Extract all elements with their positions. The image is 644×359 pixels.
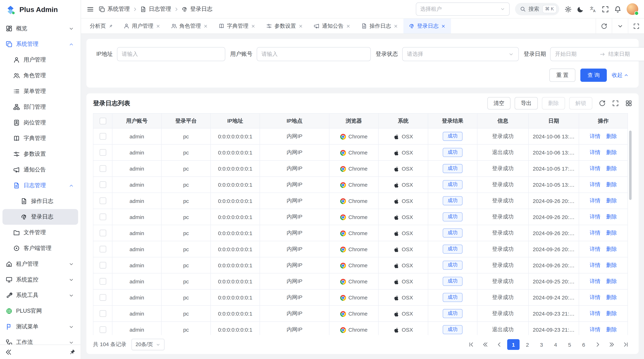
sidebar-item-plus-site[interactable]: PLUS官网	[2, 303, 78, 319]
delete-link[interactable]: 删除	[606, 165, 617, 171]
tab-dict-mgmt[interactable]: 字典管理	[213, 18, 261, 33]
ip-input[interactable]: 请输入	[117, 47, 225, 61]
unlock-button[interactable]: 解锁	[569, 97, 592, 109]
detail-link[interactable]: 详情	[590, 246, 600, 252]
pager-page-4[interactable]: 4	[549, 339, 562, 350]
pager-page-2[interactable]: 2	[521, 339, 534, 350]
login-status-select[interactable]: 请选择	[402, 47, 519, 61]
delete-link[interactable]: 删除	[606, 246, 617, 252]
pager-last-button[interactable]	[620, 339, 632, 350]
pager-page-1[interactable]: 1	[507, 339, 520, 350]
delete-link[interactable]: 删除	[606, 262, 617, 268]
tab-menu-button[interactable]	[612, 18, 628, 33]
login-date-range-picker[interactable]: 开始日期 结束日期	[550, 47, 644, 61]
tab-user-mgmt[interactable]: 用户管理	[118, 18, 166, 33]
clear-button[interactable]: 清空	[487, 97, 510, 109]
tab-analytics[interactable]: 分析页	[84, 18, 118, 33]
row-checkbox[interactable]	[100, 149, 106, 156]
detail-link[interactable]: 详情	[590, 278, 600, 284]
column-header[interactable]: 登录结果	[428, 113, 477, 128]
pager-first-button[interactable]	[465, 339, 477, 350]
tab-param-settings[interactable]: 参数设置	[261, 18, 308, 33]
sidebar-item-dict-mgmt[interactable]: 字典管理	[2, 130, 78, 146]
notifications-button[interactable]	[614, 5, 621, 12]
sidebar-item-file-mgmt[interactable]: 文件管理	[2, 225, 78, 241]
sidebar-item-menu-mgmt[interactable]: 菜单管理	[2, 83, 78, 99]
sidebar-item-log-mgmt[interactable]: 日志管理	[2, 178, 78, 193]
delete-link[interactable]: 删除	[606, 133, 617, 139]
sidebar-item-op-log[interactable]: 操作日志	[2, 193, 78, 209]
pager-double-next-button[interactable]	[606, 339, 618, 350]
global-search[interactable]: 搜索 ⌘ K	[515, 3, 559, 15]
row-checkbox[interactable]	[100, 230, 106, 236]
sidebar-item-sys-tools[interactable]: 系统工具	[2, 288, 78, 303]
column-header[interactable]: 浏览器	[329, 113, 378, 128]
hamburger-menu-button[interactable]	[87, 5, 94, 12]
logo[interactable]: Plus Admin	[0, 0, 81, 20]
row-checkbox[interactable]	[100, 214, 106, 220]
row-checkbox[interactable]	[100, 198, 106, 204]
avatar[interactable]	[627, 3, 638, 15]
row-checkbox[interactable]	[100, 278, 106, 285]
sidebar-item-overview[interactable]: 概览	[2, 21, 78, 36]
fullscreen-button[interactable]	[602, 5, 609, 12]
sidebar-item-system-mgmt[interactable]: 系统管理	[2, 36, 78, 52]
language-switch-button[interactable]: 文A	[590, 5, 596, 12]
tenant-select[interactable]: 选择租户	[416, 2, 510, 16]
tab-role-mgmt[interactable]: 角色管理	[166, 18, 214, 33]
row-checkbox[interactable]	[100, 262, 106, 269]
delete-link[interactable]: 删除	[606, 310, 617, 317]
sidebar-item-client-mgmt[interactable]: 客户端管理	[2, 241, 78, 256]
column-header[interactable]: 信息	[477, 113, 528, 128]
breadcrumb-item-login-log[interactable]: 登录日志	[182, 5, 212, 13]
sidebar-item-user-mgmt[interactable]: 用户管理	[2, 52, 78, 68]
pager-page-3[interactable]: 3	[535, 339, 548, 350]
tab-refresh-button[interactable]	[596, 18, 612, 33]
tab-notice[interactable]: 通知公告	[308, 18, 356, 33]
detail-link[interactable]: 详情	[590, 133, 600, 139]
table-fullscreen-button[interactable]	[612, 100, 619, 107]
row-checkbox[interactable]	[100, 246, 106, 252]
page-size-select[interactable]: 20条/页	[132, 339, 165, 351]
sidebar-collapse-button[interactable]	[5, 349, 12, 356]
pager-page-6[interactable]: 6	[578, 339, 590, 350]
sidebar-item-login-log[interactable]: 登录日志	[2, 209, 78, 225]
detail-link[interactable]: 详情	[590, 310, 600, 317]
sidebar-item-dept-mgmt[interactable]: 部门管理	[2, 99, 78, 115]
detail-link[interactable]: 详情	[590, 165, 600, 171]
delete-link[interactable]: 删除	[606, 181, 617, 188]
tab-maximize-button[interactable]	[628, 18, 644, 33]
detail-link[interactable]: 详情	[590, 230, 600, 236]
row-checkbox[interactable]	[100, 310, 106, 317]
detail-link[interactable]: 详情	[590, 294, 600, 300]
sidebar-item-sys-monitor[interactable]: 系统监控	[2, 272, 78, 288]
delete-link[interactable]: 删除	[606, 326, 617, 333]
delete-link[interactable]: 删除	[606, 278, 617, 284]
breadcrumb-item-log-mgmt[interactable]: 日志管理	[140, 5, 171, 13]
delete-link[interactable]: 删除	[606, 230, 617, 236]
pager-page-5[interactable]: 5	[563, 339, 576, 350]
detail-link[interactable]: 详情	[590, 326, 600, 333]
tab-login-log[interactable]: 登录日志	[404, 18, 451, 33]
detail-link[interactable]: 详情	[590, 181, 600, 188]
reset-button[interactable]: 重 置	[549, 69, 576, 82]
table-scrollbar[interactable]	[629, 130, 632, 200]
row-checkbox[interactable]	[100, 165, 106, 172]
collapse-filters-link[interactable]: 收起	[612, 71, 629, 79]
detail-link[interactable]: 详情	[590, 149, 600, 155]
pager-prev-button[interactable]	[493, 339, 506, 350]
settings-button[interactable]	[564, 5, 572, 12]
detail-link[interactable]: 详情	[590, 214, 600, 220]
column-header[interactable]: 用户账号	[112, 113, 161, 128]
row-checkbox[interactable]	[100, 327, 106, 333]
column-header[interactable]: 操作	[579, 113, 628, 128]
delete-link[interactable]: 删除	[606, 149, 617, 155]
query-button[interactable]: 查 询	[580, 69, 607, 82]
breadcrumb-item-system-mgmt[interactable]: 系统管理	[99, 5, 130, 13]
pager-double-prev-button[interactable]	[479, 339, 492, 350]
sidebar-item-tenant-mgmt[interactable]: 租户管理	[2, 256, 78, 272]
delete-link[interactable]: 删除	[606, 294, 617, 300]
detail-link[interactable]: 详情	[590, 262, 600, 268]
delete-link[interactable]: 删除	[606, 214, 617, 220]
column-header[interactable]: 登录平台	[161, 113, 210, 128]
